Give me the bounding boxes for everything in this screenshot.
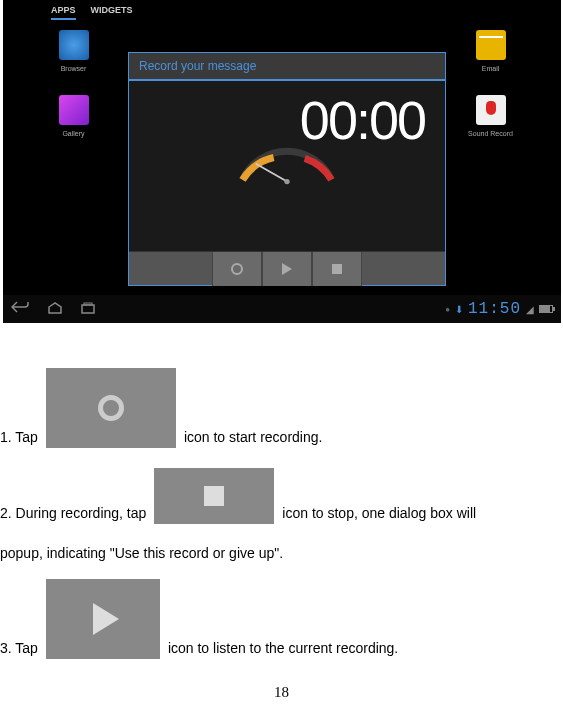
record-circle-icon	[231, 263, 243, 275]
notification-dot-icon: ●	[445, 305, 450, 314]
recorder-dialog: Record your message 00:00	[128, 52, 446, 286]
nav-buttons	[11, 300, 95, 318]
battery-icon	[539, 305, 553, 313]
tab-apps[interactable]: APPS	[51, 5, 76, 20]
step-3: 3. Tap icon to listen to the current rec…	[0, 579, 563, 659]
step-1-pre-text: 1. Tap	[0, 426, 38, 448]
step-2: 2. During recording, tap icon to stop, o…	[0, 468, 563, 564]
app-sound-recorder[interactable]: Sound Record	[468, 95, 513, 137]
tab-widgets[interactable]: WIDGETS	[91, 5, 133, 20]
step-2-line2-text: popup, indicating "Use this record or gi…	[0, 542, 563, 564]
recent-apps-button[interactable]	[81, 300, 95, 318]
wifi-icon: ◢	[526, 304, 534, 315]
page-number: 18	[0, 684, 563, 701]
step-1: 1. Tap icon to start recording.	[0, 368, 563, 448]
app-label: Sound Record	[468, 130, 513, 137]
recorder-body: 00:00	[129, 81, 445, 251]
svg-rect-2	[82, 305, 94, 313]
recording-timer: 00:00	[129, 81, 445, 151]
dialog-title: Record your message	[129, 53, 445, 81]
app-label: Email	[482, 65, 500, 72]
step-3-pre-text: 3. Tap	[0, 637, 38, 659]
stop-square-icon	[204, 486, 224, 506]
app-label: Gallery	[62, 130, 84, 137]
picture-icon	[59, 95, 89, 125]
play-button[interactable]	[262, 252, 312, 286]
svg-line-0	[256, 164, 287, 182]
stop-square-icon	[332, 264, 342, 274]
step-2-post-text: icon to stop, one dialog box will	[282, 502, 476, 524]
envelope-icon	[476, 30, 506, 60]
system-statusbar: ● ⬇ 11:50 ◢	[3, 295, 561, 323]
step-3-post-text: icon to listen to the current recording.	[168, 637, 398, 659]
svg-point-1	[284, 179, 289, 184]
microphone-icon	[476, 95, 506, 125]
app-browser[interactable]: Browser	[51, 30, 96, 72]
clock: 11:50	[468, 300, 521, 318]
play-triangle-icon	[93, 603, 119, 635]
tablet-screenshot: APPS WIDGETS Browser Email Gallery Sound…	[3, 0, 561, 323]
svg-rect-3	[84, 303, 92, 305]
globe-icon	[59, 30, 89, 60]
record-button[interactable]	[212, 252, 262, 286]
play-triangle-icon	[282, 263, 292, 275]
record-circle-icon	[98, 395, 124, 421]
app-email[interactable]: Email	[468, 30, 513, 72]
step-2-pre-text: 2. During recording, tap	[0, 502, 146, 524]
back-button[interactable]	[11, 300, 29, 318]
record-button-illustration	[46, 368, 176, 448]
instructions-text: 1. Tap icon to start recording. 2. Durin…	[0, 323, 563, 659]
vu-meter-gauge	[222, 146, 352, 186]
home-button[interactable]	[47, 300, 63, 318]
app-tabs: APPS WIDGETS	[3, 0, 561, 20]
app-label: Browser	[61, 65, 87, 72]
app-gallery[interactable]: Gallery	[51, 95, 96, 137]
recorder-controls	[129, 251, 445, 285]
download-icon: ⬇	[455, 304, 463, 315]
stop-button[interactable]	[312, 252, 362, 286]
status-indicators: ● ⬇ 11:50 ◢	[445, 300, 553, 318]
step-1-post-text: icon to start recording.	[184, 426, 323, 448]
play-button-illustration	[46, 579, 160, 659]
stop-button-illustration	[154, 468, 274, 524]
